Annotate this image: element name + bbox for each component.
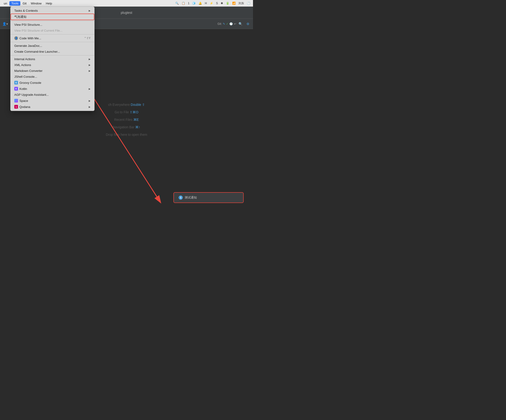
menu-item-agp-upgrade[interactable]: AGP Upgrade Assistant... [11,92,94,98]
hint-nav-bar-shortcut: ⌘↑ [135,125,140,129]
notification-text: 测试通知 [185,195,197,200]
menu-bar-icon-h: H [204,2,208,5]
menu-item-xml-actions-label: XML Actions [14,63,31,67]
hint-goto-file: Go to File ⇧⌘O [115,110,138,114]
menu-item-git[interactable]: Git [21,1,29,6]
user-avatar-icon: 👤 [14,36,18,40]
menu-item-window[interactable]: Window [29,1,43,6]
hint-drop-files-text: Drop files here to open them [106,133,147,136]
menu-bar-icon-search: 🔍 [175,2,180,5]
menu-item-tasks-contexts[interactable]: Tasks & Contexts ▶ [11,8,94,13]
menu-item-markdown-converter-label: Markdown Converter [14,69,43,73]
menu-bar-icon-wechat: 📋 [181,2,186,5]
space-icon [14,99,18,103]
menu-bar-badge: 1 [187,2,190,5]
menu-item-view-psi-current-label: View PSI Structure of Current File... [14,29,62,32]
menu-bar-username: 刘东 [238,1,245,5]
menu-bar-icon-bt: ✱ [220,2,224,5]
menu-item-kotlin-label: Kotlin [20,87,27,91]
menu-item-generate-javadoc-label: Generate JavaDoc... [14,44,42,47]
qodana-arrow-icon: ▶ [89,106,91,108]
hint-goto-file-label: Go to File [115,110,130,114]
menu-item-xml-actions[interactable]: XML Actions ▶ [11,62,94,68]
toolbar-profile-btn[interactable]: 👤▾ [2,20,8,27]
menu-item-agp-upgrade-label: AGP Upgrade Assistant... [14,93,49,96]
menu-item-create-launcher-label: Create Command-line Launcher... [14,50,60,53]
hint-nav-bar: Navigation Bar ⌘↑ [113,125,140,129]
menu-item-view-psi-label: View PSI Structure... [14,23,42,27]
menu-bar-icon-battery: 🔋 [225,2,230,5]
notification-info-icon: ℹ [179,195,183,200]
notification-bubble: ℹ 测试通知 [173,192,244,203]
menu-divider-2 [11,34,94,34]
tasks-contexts-arrow-icon: ▶ [89,9,91,12]
menu-divider-3 [11,42,94,42]
groovy-icon: G [14,81,18,85]
hint-nav-bar-label: Navigation Bar [113,125,135,129]
menu-item-internal-actions-label: Internal Actions [14,57,35,61]
menu-item-view-psi-current: View PSI Structure of Current File... [11,28,94,33]
menu-item-bubble-notify-label: 气泡通知 [14,15,27,19]
menu-item-groovy-console-label: Groovy Console [20,81,41,85]
menu-item-help[interactable]: Help [44,1,54,6]
menu-bar-right: 🔍 📋 1 🧊 🔔 H ⚡ S ✱ 🔋 📶 刘东 🕐 [175,1,251,5]
menu-item-internal-actions[interactable]: Internal Actions ▶ [11,56,94,62]
toolbar-settings-btn[interactable]: ⚙ [245,20,251,27]
hint-recent-files-shortcut: ⌘E [133,118,139,121]
menu-bar-icon-bolt: ⚡ [209,2,214,5]
git-commit-icon[interactable]: ✓ [226,22,228,26]
menu-item-qodana-label: Qodana [20,105,30,109]
kotlin-arrow-icon: ▶ [89,87,91,90]
hint-goto-file-shortcut: ⇧⌘O [130,110,138,114]
menu-divider-4 [11,55,94,55]
hint-search-text: ch Everywhere [108,103,131,107]
menu-divider-1 [11,21,94,21]
menu-bar-icon-s: S [215,2,219,5]
menu-item-code-with-me[interactable]: 👤 Code With Me... ⌃⇧Y [11,35,94,41]
menu-bar-icon-cube: 🧊 [192,2,196,5]
code-with-me-icon: 👤 [14,36,18,40]
tools-dropdown-menu: Tasks & Contexts ▶ 气泡通知 View PSI Structu… [10,7,94,111]
menu-item-view-psi[interactable]: View PSI Structure... [11,22,94,28]
git-push-icon[interactable]: ✎ [223,22,225,26]
menu-bar-icon-wifi: 📶 [232,2,236,5]
hint-drop-files: Drop files here to open them [106,133,147,136]
internal-actions-arrow-icon: ▶ [89,58,91,60]
menu-item-create-launcher[interactable]: Create Command-line Launcher... [11,49,94,54]
xml-actions-arrow-icon: ▶ [89,64,91,66]
kotlin-icon: K [14,87,18,91]
menu-item-markdown-converter[interactable]: Markdown Converter ▶ [11,68,94,74]
menu-item-space-label: Space [20,99,28,103]
menu-bar-clock: 🕐 [246,2,251,5]
markdown-converter-arrow-icon: ▶ [89,70,91,72]
menu-item-code-with-me-label: Code With Me... [20,37,41,40]
menu-bar: un Tools Git Window Help 🔍 📋 1 🧊 🔔 H ⚡ S… [0,0,253,7]
space-arrow-icon: ▶ [89,100,91,102]
menu-item-generate-javadoc[interactable]: Generate JavaDoc... [11,43,94,49]
menu-item-app[interactable]: un [2,1,9,6]
git-rollback-icon[interactable]: ↩ [234,22,236,26]
hint-search-shortcut: Double ⇧ [131,103,145,107]
menu-item-jshell-console[interactable]: JShell Console... [11,74,94,80]
git-section: Git: ✎ ✓ 🕐 ↩ [217,22,236,26]
git-label: Git: [217,22,222,26]
menu-item-tasks-contexts-label: Tasks & Contexts [14,9,38,12]
toolbar-search-btn[interactable]: 🔍 [237,20,244,27]
hint-recent-files: Recent Files ⌘E [114,118,139,121]
hint-search: ch Everywhere Double ⇧ [108,103,145,107]
menu-item-jshell-console-label: JShell Console... [14,75,37,78]
git-history-icon[interactable]: 🕐 [229,22,233,26]
menu-bar-icon-bear: 🔔 [198,2,203,5]
menu-item-kotlin[interactable]: K Kotlin ▶ [11,86,94,92]
menu-item-groovy-console[interactable]: G Groovy Console [11,80,94,86]
hint-recent-files-label: Recent Files [114,118,133,121]
menu-item-space[interactable]: Space ▶ [11,98,94,104]
project-name: plugtest [121,11,132,14]
code-with-me-shortcut: ⌃⇧Y [84,37,91,40]
menu-item-qodana[interactable]: Q Qodana ▶ [11,104,94,110]
menu-item-tools[interactable]: Tools [9,1,20,6]
qodana-icon: Q [14,105,18,109]
menu-item-bubble-notify[interactable]: 气泡通知 [11,13,94,20]
